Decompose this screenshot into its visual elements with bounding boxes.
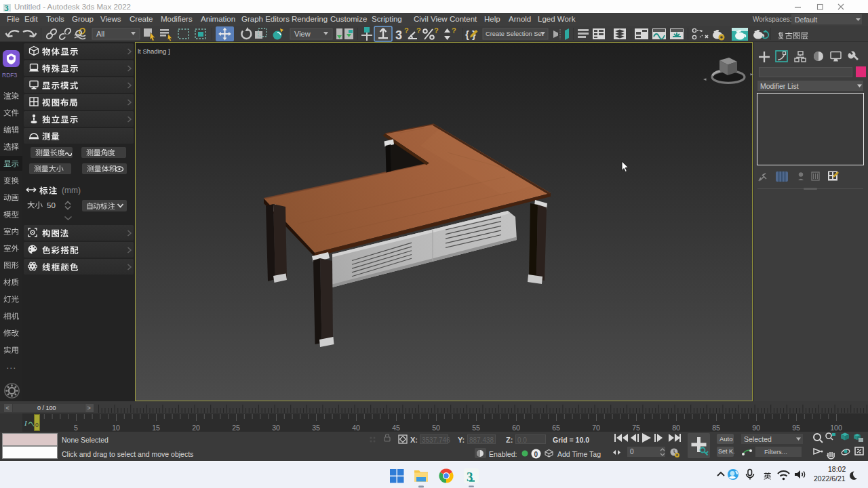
svg-text:3: 3 (467, 470, 473, 484)
